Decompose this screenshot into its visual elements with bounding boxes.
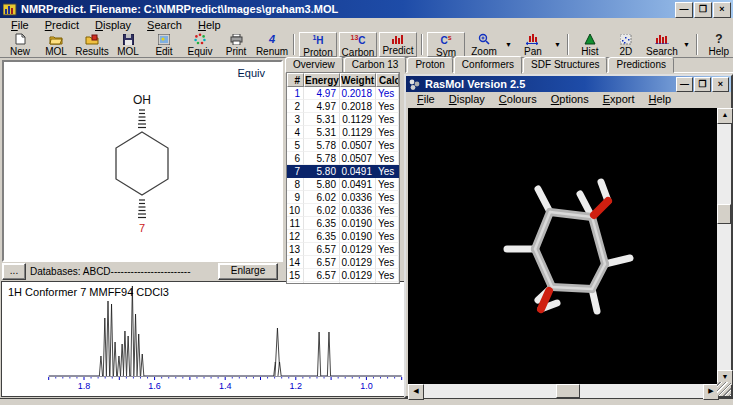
rasmol-menu-options[interactable]: Options — [544, 93, 596, 105]
column-header-weight[interactable]: Weight — [340, 73, 376, 87]
toolbar-button-carbon[interactable]: 13CCarbon — [339, 32, 377, 57]
dropdown-arrow-icon[interactable]: ▼ — [502, 32, 515, 57]
toolbar-button-mol[interactable]: MOL — [38, 32, 74, 57]
table-row[interactable]: 136.570.0129Yes — [287, 243, 399, 256]
table-row[interactable]: 166.740.0097Yes — [287, 282, 399, 284]
toolbar-button-zoom[interactable]: Zoom — [466, 32, 502, 57]
cell: 0.0129 — [340, 269, 376, 282]
toolbar-label-equiv: Equiv — [187, 46, 212, 57]
toolbar-label-pan: Pan — [524, 46, 542, 57]
equiv-label: Equiv — [237, 67, 265, 79]
dropdown-arrow-icon[interactable]: ▼ — [680, 32, 693, 57]
toolbar-button-sym[interactable]: CsSym — [427, 32, 465, 57]
table-row[interactable]: 116.350.0190Yes — [287, 217, 399, 230]
browse-button[interactable]: ... — [2, 263, 26, 280]
table-row[interactable]: 146.570.0129Yes — [287, 256, 399, 269]
toolbar-label-mol: MOL — [45, 46, 67, 57]
column-header-energy[interactable]: Energy — [304, 73, 340, 87]
cell: 4.97 — [304, 87, 340, 100]
column-header--[interactable]: # — [287, 73, 304, 87]
toolbar-button-renum[interactable]: 4Renum — [254, 32, 290, 57]
rasmol-title-bar[interactable]: RasMol Version 2.5 —❐× — [406, 76, 731, 92]
cell: 6.57 — [304, 269, 340, 282]
toolbar-button-mol[interactable]: MOL — [110, 32, 146, 57]
menu-file[interactable]: File — [4, 19, 36, 31]
cell: 0.1129 — [340, 113, 376, 126]
table-row[interactable]: 156.570.0129Yes — [287, 269, 399, 282]
table-row[interactable]: 75.800.0491Yes — [287, 165, 399, 178]
tab-carbon-13[interactable]: Carbon 13 — [344, 57, 407, 73]
cell: 10 — [287, 204, 304, 217]
resize-grip[interactable] — [717, 382, 731, 396]
table-row[interactable]: 96.020.0336Yes — [287, 191, 399, 204]
rasmol-menu-export[interactable]: Export — [596, 93, 642, 105]
rasmol-viewport[interactable] — [408, 108, 717, 384]
menu-bar: FilePredictDisplaySearchHelp — [0, 18, 733, 32]
cell: 0.0491 — [340, 165, 376, 178]
menu-help[interactable]: Help — [191, 19, 228, 31]
cell: 6.35 — [304, 217, 340, 230]
rasmol-vscrollbar[interactable]: ▲ ▼ — [717, 108, 731, 384]
menu-display[interactable]: Display — [88, 19, 138, 31]
toolbar-button-hist[interactable]: Hist — [572, 32, 608, 57]
tab-proton[interactable]: Proton — [407, 57, 452, 73]
toolbar-button-equiv[interactable]: Equiv — [182, 32, 218, 57]
toolbar-button-new[interactable]: New — [2, 32, 38, 57]
maximize-button[interactable]: ❐ — [694, 77, 711, 92]
toolbar-label-search: Search — [646, 46, 678, 57]
toolbar-button-predict[interactable]: Predict — [379, 32, 417, 57]
column-header-calc[interactable]: Calc — [376, 73, 399, 87]
table-row[interactable]: 14.970.2018Yes — [287, 87, 399, 100]
table-row[interactable]: 85.800.0491Yes — [287, 178, 399, 191]
toolbar-button-search[interactable]: Search — [644, 32, 680, 57]
toolbar-button-pan[interactable]: Pan — [515, 32, 551, 57]
cell: Yes — [376, 256, 399, 269]
cell: 4.97 — [304, 100, 340, 113]
enlarge-button[interactable]: Enlarge — [218, 263, 278, 280]
rasmol-menu-help[interactable]: Help — [641, 93, 678, 105]
table-row[interactable]: 65.780.0507Yes — [287, 152, 399, 165]
toolbar-button-edit[interactable]: Edit — [146, 32, 182, 57]
dropdown-arrow-icon[interactable]: ▼ — [551, 32, 564, 57]
menu-search[interactable]: Search — [140, 19, 189, 31]
tab-predictions[interactable]: Predictions — [608, 57, 673, 73]
rasmol-menu-display[interactable]: Display — [442, 93, 492, 105]
cyclohexane-ring — [116, 132, 168, 195]
scroll-up-icon[interactable]: ▲ — [717, 108, 733, 124]
close-button[interactable]: × — [713, 2, 731, 18]
close-button[interactable]: × — [712, 77, 729, 92]
toolbar-button-proton[interactable]: 1HProton — [299, 32, 337, 57]
menu-predict[interactable]: Predict — [38, 19, 86, 31]
new-document-icon — [15, 33, 26, 45]
symmetry-icon: Cs — [440, 34, 451, 46]
table-row[interactable]: 45.310.1129Yes — [287, 126, 399, 139]
minimize-button[interactable]: — — [676, 77, 693, 92]
pan-icon — [526, 33, 540, 45]
tab-overview[interactable]: Overview — [285, 57, 343, 73]
rasmol-hscrollbar[interactable]: ◀ ▶ — [408, 384, 717, 398]
vscroll-thumb[interactable] — [717, 204, 731, 224]
hscroll-thumb[interactable] — [556, 384, 580, 398]
toolbar-button-results[interactable]: Results — [74, 32, 110, 57]
table-row[interactable]: 35.310.1129Yes — [287, 113, 399, 126]
tab-conformers[interactable]: Conformers — [454, 56, 522, 74]
rasmol-menu-file[interactable]: File — [410, 93, 442, 105]
rasmol-menu-colours[interactable]: Colours — [492, 93, 544, 105]
table-header-row: #EnergyWeightCalc — [287, 73, 399, 87]
toolbar-button-2d[interactable]: 2D — [608, 32, 644, 57]
cell: Yes — [376, 243, 399, 256]
table-row[interactable]: 55.780.0507Yes — [287, 139, 399, 152]
tab-sdf-structures[interactable]: SDF Structures — [523, 57, 607, 73]
printer-icon — [230, 33, 243, 45]
table-row[interactable]: 126.350.0190Yes — [287, 230, 399, 243]
table-row[interactable]: 106.020.0336Yes — [287, 204, 399, 217]
maximize-button[interactable]: ❐ — [694, 2, 712, 18]
tab-strip: OverviewCarbon 13ProtonConformersSDF Str… — [285, 57, 675, 73]
table-row[interactable]: 24.970.2018Yes — [287, 100, 399, 113]
svg-text:1.2: 1.2 — [290, 381, 303, 391]
toolbar-button-help[interactable]: ?Help — [701, 32, 733, 57]
minimize-button[interactable]: — — [675, 2, 693, 18]
toolbar-button-print[interactable]: Print — [218, 32, 254, 57]
cell: 0.1129 — [340, 126, 376, 139]
scroll-left-icon[interactable]: ◀ — [408, 384, 424, 400]
